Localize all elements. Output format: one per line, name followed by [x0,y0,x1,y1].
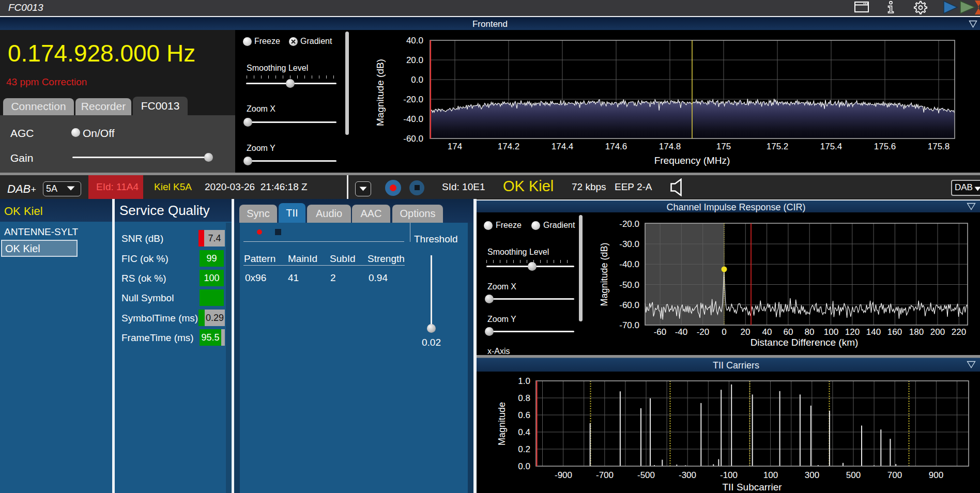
svg-text:220: 220 [952,327,966,337]
svg-text:-700: -700 [596,470,614,480]
svg-text:900: 900 [929,470,943,480]
svg-text:Magnitude (dB): Magnitude (dB) [375,59,386,126]
svg-text:Magnitude: Magnitude [497,402,507,445]
svg-text:100: 100 [763,470,778,480]
svg-text:-300: -300 [679,470,696,480]
svg-text:500: 500 [846,470,861,480]
svg-text:Distance Difference (km): Distance Difference (km) [751,337,859,348]
svg-text:0.6: 0.6 [518,410,530,420]
svg-text:174.6: 174.6 [605,142,627,151]
svg-text:0.2: 0.2 [518,444,530,454]
svg-text:200: 200 [930,327,945,337]
svg-text:0.0: 0.0 [411,75,423,85]
svg-text:-500: -500 [637,470,655,480]
svg-text:20: 20 [741,327,751,337]
svg-text:-60: -60 [654,327,667,337]
svg-text:-50.0: -50.0 [619,280,639,290]
svg-text:100: 100 [824,327,838,337]
svg-text:-40: -40 [675,327,688,337]
svg-text:-20: -20 [697,327,710,337]
svg-text:120: 120 [845,327,860,337]
svg-text:174: 174 [448,142,462,151]
svg-text:-60.0: -60.0 [619,300,639,310]
svg-text:-30.0: -30.0 [619,239,639,249]
svg-text:174.8: 174.8 [659,142,681,151]
svg-text:TII Subcarrier: TII Subcarrier [722,482,782,492]
svg-text:175.8: 175.8 [928,142,950,151]
svg-text:1.0: 1.0 [518,376,530,386]
svg-text:-100: -100 [720,470,738,480]
svg-text:-900: -900 [555,470,572,480]
svg-text:700: 700 [887,470,902,480]
svg-text:180: 180 [909,327,924,337]
svg-text:60: 60 [784,327,793,337]
svg-text:175: 175 [716,142,731,151]
svg-text:174.2: 174.2 [498,142,520,151]
svg-text:80: 80 [805,327,815,337]
svg-text:Frequency (MHz): Frequency (MHz) [654,155,730,166]
svg-text:175.6: 175.6 [874,142,896,151]
svg-text:300: 300 [805,470,819,480]
svg-text:40.0: 40.0 [406,36,423,45]
svg-text:-60.0: -60.0 [403,134,423,144]
svg-text:175.2: 175.2 [767,142,789,151]
svg-text:20.0: 20.0 [406,55,423,65]
svg-text:0.0: 0.0 [518,461,530,471]
svg-text:0.4: 0.4 [518,427,530,437]
svg-text:-40.0: -40.0 [619,259,639,269]
svg-text:0: 0 [722,327,726,337]
svg-text:-20.0: -20.0 [619,219,639,229]
svg-text:140: 140 [866,327,881,337]
svg-text:-70.0: -70.0 [619,320,639,330]
svg-text:0.8: 0.8 [518,393,530,403]
svg-text:Magnitude (dB): Magnitude (dB) [599,242,609,306]
svg-text:174.4: 174.4 [552,142,574,151]
svg-text:40: 40 [762,327,772,337]
svg-text:160: 160 [887,327,902,337]
svg-text:-20.0: -20.0 [403,95,423,104]
svg-text:175.4: 175.4 [820,142,843,151]
svg-text:-40.0: -40.0 [403,114,423,124]
